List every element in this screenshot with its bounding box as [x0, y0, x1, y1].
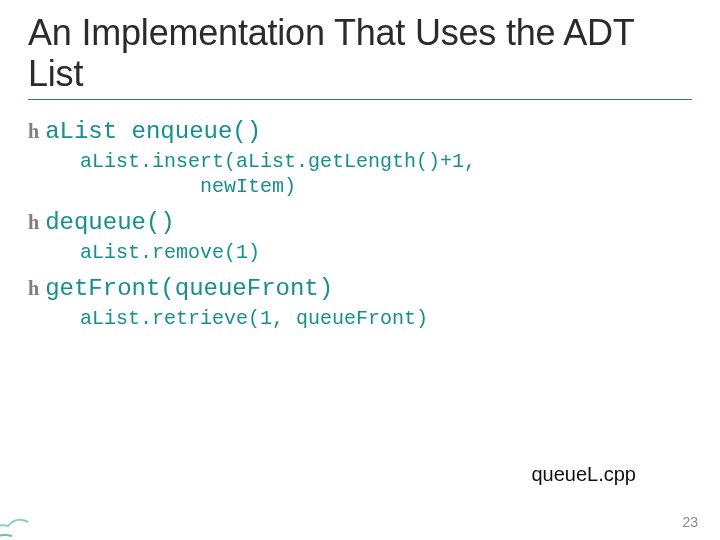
list-item: h dequeue() aList.remove(1)	[28, 209, 692, 265]
item-head: aList enqueue()	[45, 118, 261, 145]
bullet-line: h aList enqueue()	[28, 118, 692, 145]
bullet-line: h getFront(queueFront)	[28, 275, 692, 302]
list-item: h aList enqueue() aList.insert(aList.get…	[28, 118, 692, 199]
page-title: An Implementation That Uses the ADT List	[28, 12, 692, 100]
bullet-icon: h	[28, 121, 41, 141]
item-head: getFront(queueFront)	[45, 275, 333, 302]
item-sub: aList.retrieve(1, queueFront)	[80, 306, 692, 331]
slide: An Implementation That Uses the ADT List…	[0, 0, 720, 540]
page-number: 23	[682, 514, 698, 530]
content-block: h aList enqueue() aList.insert(aList.get…	[28, 118, 692, 331]
bullet-line: h dequeue()	[28, 209, 692, 236]
bullet-icon: h	[28, 278, 41, 298]
bullet-icon: h	[28, 212, 41, 232]
item-sub: aList.insert(aList.getLength()+1, newIte…	[80, 149, 692, 199]
footer-filename: queueL.cpp	[531, 463, 636, 486]
item-sub: aList.remove(1)	[80, 240, 692, 265]
corner-decoration-icon	[0, 512, 30, 540]
item-head: dequeue()	[45, 209, 175, 236]
list-item: h getFront(queueFront) aList.retrieve(1,…	[28, 275, 692, 331]
